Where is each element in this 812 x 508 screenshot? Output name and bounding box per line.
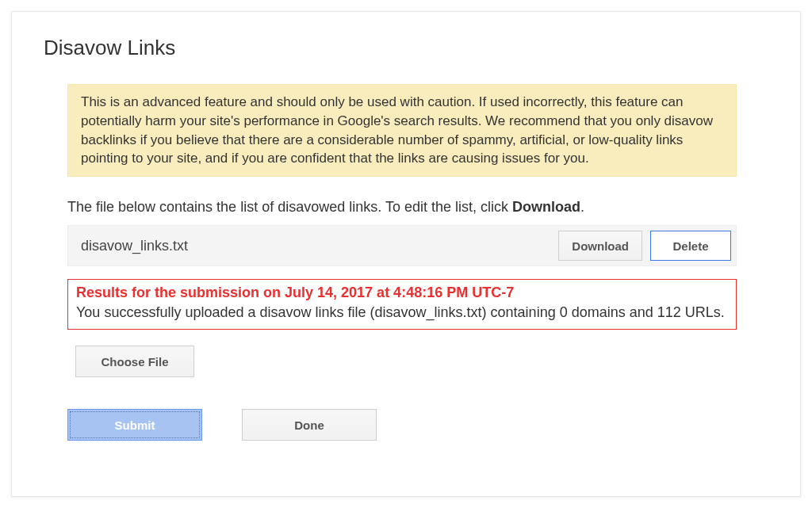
page-title: Disavow Links [44, 36, 760, 60]
disavow-card: Disavow Links This is an advanced featur… [11, 11, 801, 497]
delete-button[interactable]: Delete [650, 231, 731, 261]
instruction-text: The file below contains the list of disa… [67, 199, 737, 216]
instruction-pre: The file below contains the list of disa… [67, 199, 512, 215]
done-button[interactable]: Done [242, 409, 377, 441]
submit-button[interactable]: Submit [67, 409, 202, 441]
instruction-bold: Download [512, 199, 580, 215]
result-box: Results for the submission on July 14, 2… [67, 279, 737, 330]
file-name: disavow_links.txt [81, 238, 550, 254]
choose-file-button[interactable]: Choose File [75, 346, 194, 377]
file-row: disavow_links.txt Download Delete [67, 225, 737, 266]
warning-banner: This is an advanced feature and should o… [67, 84, 737, 177]
bottom-button-row: Submit Done [67, 409, 737, 441]
instruction-post: . [580, 199, 584, 215]
result-body: You successfully uploaded a disavow link… [76, 304, 728, 321]
download-button[interactable]: Download [558, 231, 642, 261]
choose-file-row: Choose File [67, 346, 737, 377]
result-header: Results for the submission on July 14, 2… [76, 285, 728, 301]
